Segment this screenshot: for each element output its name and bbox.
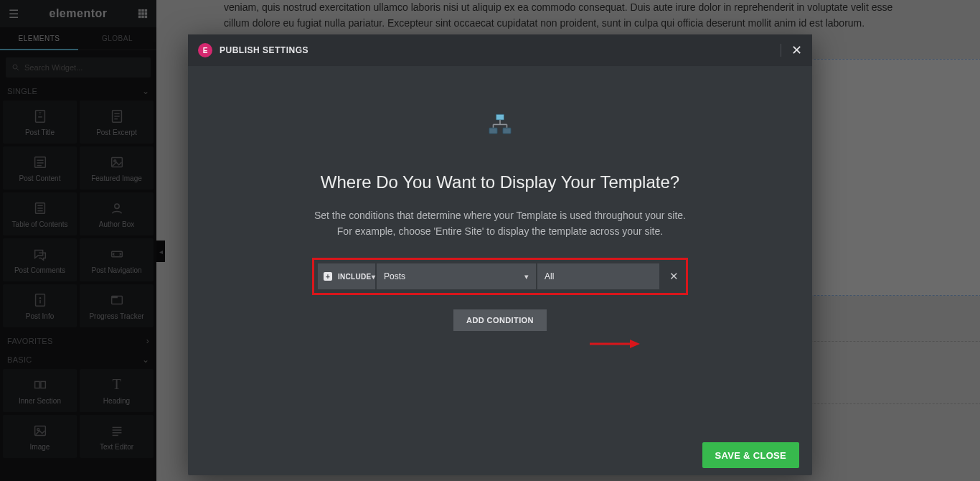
add-condition-button[interactable]: ADD CONDITION — [453, 309, 547, 331]
close-icon[interactable]: ✕ — [781, 44, 802, 57]
condition-type-select[interactable]: Posts ▾ — [377, 263, 536, 289]
condition-mode-label: INCLUDE — [338, 273, 372, 281]
condition-type-value: Posts — [384, 271, 405, 281]
condition-mode-select[interactable]: + INCLUDE ▾ — [318, 263, 375, 289]
plus-icon: + — [324, 272, 332, 281]
caret-down-icon: ▾ — [524, 272, 529, 281]
modal-heading: Where Do You Want to Display Your Templa… — [321, 172, 679, 192]
conditions-hero-icon — [486, 112, 514, 139]
condition-scope-select[interactable]: All — [537, 263, 659, 289]
modal-subtext-2: For example, choose 'Entire Site' to dis… — [314, 224, 686, 240]
publish-settings-modal: E PUBLISH SETTINGS ✕ Where Do You Want t… — [188, 34, 812, 475]
condition-scope-value: All — [545, 271, 554, 281]
save-and-close-button[interactable]: SAVE & CLOSE — [702, 442, 799, 468]
elementor-logo-icon: E — [198, 43, 212, 57]
caret-down-icon: ▾ — [372, 273, 375, 281]
modal-title: PUBLISH SETTINGS — [220, 45, 308, 55]
remove-condition-icon[interactable]: ✕ — [665, 263, 682, 289]
svg-rect-43 — [496, 114, 504, 120]
condition-row-wrap: + INCLUDE ▾ Posts ▾ All ✕ — [318, 263, 682, 289]
svg-rect-49 — [503, 128, 511, 134]
svg-rect-48 — [489, 128, 497, 134]
modal-subtext-1: Set the conditions that determine where … — [314, 208, 686, 224]
